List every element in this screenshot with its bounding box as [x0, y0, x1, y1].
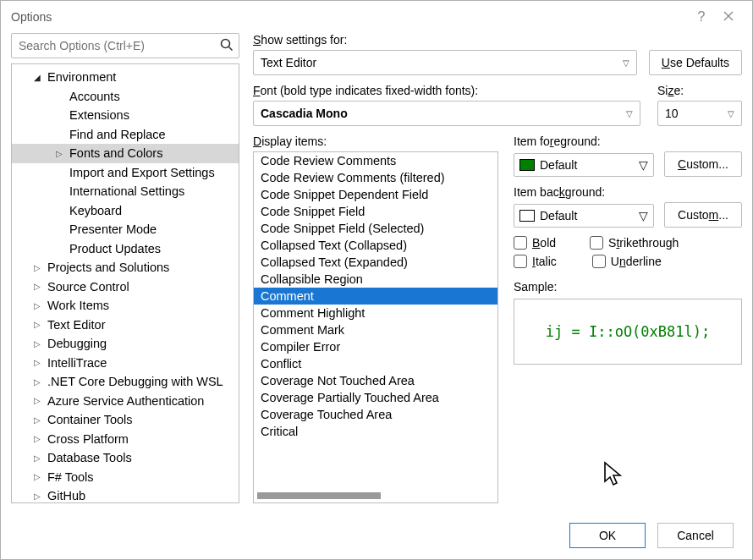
- display-item[interactable]: Collapsed Text (Collapsed): [254, 237, 497, 254]
- close-icon: [723, 11, 734, 21]
- display-item[interactable]: Comment Mark: [254, 321, 497, 338]
- display-item[interactable]: Coverage Not Touched Area: [254, 372, 497, 389]
- fg-label: Item foreground:: [514, 135, 742, 148]
- nav-tree[interactable]: ◢EnvironmentAccountsExtensionsFind and R…: [11, 63, 239, 503]
- use-defaults-button[interactable]: Use Defaults: [649, 50, 742, 75]
- bg-value: Default: [540, 209, 577, 222]
- caret-right-icon: ▷: [34, 434, 44, 443]
- search-icon[interactable]: [219, 37, 234, 56]
- show-settings-combo[interactable]: Text Editor ▽: [253, 50, 637, 75]
- display-item[interactable]: Comment: [254, 288, 497, 305]
- tree-node[interactable]: Keyboard: [12, 201, 239, 221]
- left-pane: ◢EnvironmentAccountsExtensionsFind and R…: [11, 33, 239, 503]
- bold-checkbox[interactable]: Bold: [514, 236, 556, 250]
- bg-combo[interactable]: Default ▽: [514, 204, 654, 228]
- tree-node-label: Container Tools: [47, 413, 133, 426]
- display-items-listbox[interactable]: Code Review CommentsCode Review Comments…: [253, 151, 498, 503]
- window-title: Options: [11, 10, 688, 24]
- tree-node[interactable]: Product Updates: [12, 239, 239, 259]
- close-button[interactable]: [715, 11, 742, 24]
- tree-node-label: Environment: [47, 70, 116, 84]
- tree-node[interactable]: International Settings: [12, 182, 239, 201]
- show-settings-label: Show settings for:: [253, 33, 742, 47]
- tree-node[interactable]: Accounts: [12, 87, 239, 107]
- display-item[interactable]: Collapsed Text (Expanded): [254, 254, 497, 271]
- caret-right-icon: ▷: [34, 415, 44, 425]
- fg-combo[interactable]: Default ▽: [514, 153, 654, 177]
- display-item[interactable]: Coverage Partially Touched Area: [254, 389, 497, 406]
- font-label: Font (bold type indicates fixed-width fo…: [253, 84, 640, 97]
- tree-node[interactable]: ▷Text Editor: [12, 316, 239, 335]
- tree-node[interactable]: ▷Projects and Solutions: [12, 258, 239, 277]
- tree-node[interactable]: ▷Azure Service Authentication: [12, 392, 239, 411]
- display-item[interactable]: Code Snippet Field: [254, 203, 497, 220]
- tree-node-label: IntelliTrace: [47, 356, 107, 370]
- tree-node-label: Database Tools: [47, 451, 132, 464]
- search-wrap: [11, 33, 239, 58]
- tree-node-label: Keyboard: [69, 204, 122, 217]
- display-item[interactable]: Coverage Touched Area: [254, 406, 497, 423]
- sample-box: ij = I::oO(0xB81l);: [514, 299, 742, 365]
- tree-node[interactable]: Extensions: [12, 106, 239, 125]
- size-value: 10: [665, 107, 679, 120]
- bg-swatch: [519, 210, 535, 222]
- caret-right-icon: ▷: [34, 358, 44, 367]
- tree-node[interactable]: Import and Export Settings: [12, 163, 239, 183]
- tree-node[interactable]: ▷Source Control: [12, 277, 239, 297]
- fg-custom-button[interactable]: Custom...: [664, 151, 742, 177]
- tree-node[interactable]: ▷Fonts and Colors: [12, 144, 239, 163]
- tree-node[interactable]: ▷.NET Core Debugging with WSL: [12, 372, 239, 392]
- show-settings-value: Text Editor: [261, 56, 316, 69]
- tree-node[interactable]: Presenter Mode: [12, 220, 239, 239]
- tree-node-label: F# Tools: [47, 470, 94, 484]
- caret-right-icon: ▷: [34, 339, 44, 349]
- italic-checkbox[interactable]: Italic: [514, 255, 557, 268]
- caret-down-icon: ◢: [34, 73, 44, 82]
- help-button[interactable]: ?: [688, 9, 715, 25]
- search-input[interactable]: [11, 33, 239, 58]
- tree-node-label: Source Control: [47, 280, 129, 294]
- font-combo[interactable]: Cascadia Mono ▽: [253, 101, 640, 126]
- sample-label: Sample:: [514, 280, 742, 294]
- options-dialog: Options ? ◢EnvironmentAccountsExtensions…: [0, 0, 753, 560]
- strike-checkbox[interactable]: Strikethrough: [590, 236, 679, 250]
- display-item[interactable]: Code Review Comments: [254, 152, 497, 169]
- tree-node-label: Fonts and Colors: [69, 146, 162, 160]
- tree-node-label: Product Updates: [69, 242, 161, 255]
- chevron-down-icon: ▽: [639, 209, 648, 222]
- display-item[interactable]: Comment Highlight: [254, 305, 497, 321]
- tree-node-label: Find and Replace: [69, 128, 166, 141]
- tree-node[interactable]: ▷GitHub: [12, 486, 239, 503]
- tree-node-label: International Settings: [69, 184, 184, 198]
- tree-node[interactable]: ◢Environment: [12, 68, 239, 87]
- fg-swatch: [519, 159, 535, 171]
- cancel-button[interactable]: Cancel: [657, 523, 734, 548]
- display-item[interactable]: Compiler Error: [254, 338, 497, 355]
- caret-right-icon: ▷: [34, 320, 44, 329]
- tree-node[interactable]: ▷Debugging: [12, 334, 239, 354]
- display-item[interactable]: Conflict: [254, 355, 497, 372]
- dialog-footer: OK Cancel: [1, 512, 752, 559]
- tree-node[interactable]: ▷F# Tools: [12, 468, 239, 487]
- tree-node[interactable]: ▷IntelliTrace: [12, 354, 239, 373]
- h-scrollbar[interactable]: [257, 492, 482, 501]
- tree-node[interactable]: ▷Cross Platform: [12, 430, 239, 449]
- tree-node[interactable]: Find and Replace: [12, 125, 239, 145]
- tree-node[interactable]: ▷Database Tools: [12, 448, 239, 468]
- underline-checkbox[interactable]: Underline: [592, 255, 662, 268]
- tree-node[interactable]: ▷Container Tools: [12, 410, 239, 430]
- display-item[interactable]: Critical: [254, 423, 497, 440]
- bg-label: Item background:: [514, 185, 742, 199]
- ok-button[interactable]: OK: [569, 523, 646, 548]
- titlebar: Options ?: [1, 1, 752, 33]
- tree-node-label: Text Editor: [47, 318, 106, 332]
- tree-node[interactable]: ▷Work Items: [12, 296, 239, 316]
- display-item[interactable]: Code Snippet Dependent Field: [254, 186, 497, 203]
- font-value: Cascadia Mono: [261, 107, 348, 120]
- display-item[interactable]: Code Review Comments (filtered): [254, 169, 497, 186]
- size-combo[interactable]: 10 ▽: [657, 101, 742, 126]
- display-item[interactable]: Code Snippet Field (Selected): [254, 220, 497, 237]
- display-item[interactable]: Collapsible Region: [254, 271, 497, 288]
- caret-right-icon: ▷: [34, 491, 44, 501]
- bg-custom-button[interactable]: Custom...: [664, 202, 742, 228]
